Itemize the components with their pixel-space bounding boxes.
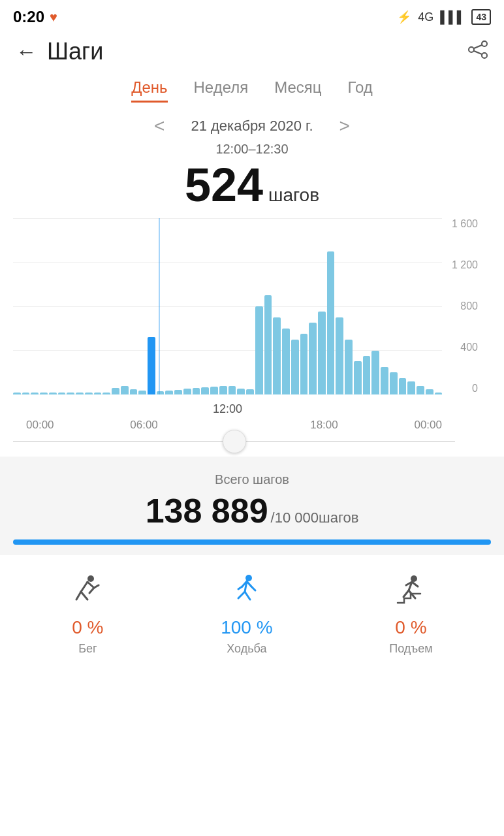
bar-43[interactable] <box>399 378 407 394</box>
tab-month[interactable]: Месяц <box>274 78 321 103</box>
svg-line-22 <box>403 590 409 597</box>
header-left: ← Шаги <box>16 38 103 65</box>
bar-42[interactable] <box>390 372 398 394</box>
bar-19[interactable] <box>183 389 191 394</box>
activity-section: 0 % Бег 100 % Ходьба <box>0 555 504 669</box>
bar-35[interactable] <box>327 251 335 394</box>
svg-line-7 <box>87 582 94 588</box>
status-left: 0:20 ♥ <box>13 8 57 26</box>
svg-line-8 <box>76 592 81 600</box>
svg-line-16 <box>247 581 251 587</box>
bar-41[interactable] <box>381 367 388 394</box>
bar-46[interactable] <box>426 389 433 394</box>
bar-36[interactable] <box>336 317 343 394</box>
bar-32[interactable] <box>300 334 308 394</box>
y-axis-labels: 1 600 1 200 800 400 0 <box>445 218 478 401</box>
bar-14[interactable] <box>138 391 146 394</box>
y-label-1200: 1 200 <box>445 259 478 271</box>
bar-26[interactable] <box>246 389 254 394</box>
bar-38[interactable] <box>354 361 362 394</box>
bar-33[interactable] <box>309 323 317 394</box>
scrubber-thumb[interactable] <box>223 430 246 453</box>
progress-bar <box>13 539 491 545</box>
bar-12[interactable] <box>121 386 129 394</box>
bar-8[interactable] <box>85 393 93 394</box>
bar-22[interactable] <box>210 387 218 394</box>
bar-39[interactable] <box>363 356 371 394</box>
climbing-percent: 0 % <box>395 617 426 638</box>
walking-icon <box>230 573 263 613</box>
bar-44[interactable] <box>407 381 415 394</box>
bar-24[interactable] <box>228 386 236 395</box>
chart-bars <box>13 218 442 394</box>
header: ← Шаги <box>0 31 504 78</box>
bar-31[interactable] <box>291 340 299 394</box>
bar-15[interactable] <box>148 337 155 394</box>
bar-11[interactable] <box>112 388 119 394</box>
bar-4[interactable] <box>49 393 57 394</box>
stats-goal: /10 000шагов <box>271 509 359 526</box>
bar-17[interactable] <box>165 391 173 394</box>
bar-23[interactable] <box>219 386 227 394</box>
x-label-0000: 00:00 <box>26 419 54 432</box>
svg-point-5 <box>87 575 94 582</box>
svg-point-0 <box>469 47 474 52</box>
tab-week[interactable]: Неделя <box>194 78 249 103</box>
svg-line-15 <box>245 592 250 600</box>
bar-10[interactable] <box>102 393 110 394</box>
svg-line-9 <box>81 592 87 600</box>
activity-walking: 100 % Ходьба <box>221 573 272 656</box>
back-button[interactable]: ← <box>16 40 37 64</box>
bar-6[interactable] <box>67 393 74 394</box>
battery-indicator: 43 <box>471 9 491 25</box>
bluetooth-icon: ⚡ <box>397 10 411 24</box>
bar-18[interactable] <box>174 390 182 394</box>
y-label-400: 400 <box>445 342 478 353</box>
svg-line-4 <box>474 51 482 54</box>
bar-34[interactable] <box>318 312 326 394</box>
walking-label: Ходьба <box>227 642 266 656</box>
climbing-icon <box>394 573 427 613</box>
tab-year[interactable]: Год <box>348 78 373 103</box>
signal-bars: ▌▌▌ <box>440 10 465 24</box>
selected-time-label: 12:00 <box>13 402 442 416</box>
bar-1[interactable] <box>22 393 30 394</box>
bar-7[interactable] <box>76 393 84 394</box>
bar-21[interactable] <box>201 387 209 394</box>
current-date: 21 декабря 2020 г. <box>191 118 313 135</box>
chart-container: 1 600 1 200 800 400 0 12:00 <box>0 218 504 416</box>
heart-icon: ♥ <box>50 10 57 25</box>
next-date-button[interactable]: > <box>333 116 356 137</box>
bar-27[interactable] <box>255 306 263 394</box>
bar-0[interactable] <box>13 393 21 394</box>
status-bar: 0:20 ♥ ⚡ 4G ▌▌▌ 43 <box>0 0 504 31</box>
bar-25[interactable] <box>237 389 245 394</box>
share-button[interactable] <box>467 40 488 63</box>
steps-count: 524 <box>185 159 263 211</box>
bar-40[interactable] <box>371 351 379 395</box>
bar-2[interactable] <box>31 393 39 394</box>
bar-13[interactable] <box>130 389 138 394</box>
stats-title: Всего шагов <box>13 472 491 487</box>
steps-display: 524 шагов <box>0 158 504 212</box>
bar-37[interactable] <box>345 340 353 394</box>
bar-5[interactable] <box>58 393 66 394</box>
bar-16[interactable] <box>157 391 165 394</box>
x-label-0000-end: 00:00 <box>414 419 442 432</box>
chart-wrapper[interactable]: 1 600 1 200 800 400 0 <box>13 218 478 401</box>
running-label: Бег <box>78 642 97 656</box>
bar-29[interactable] <box>273 317 281 394</box>
bar-9[interactable] <box>94 393 102 394</box>
bar-30[interactable] <box>282 329 290 394</box>
bar-45[interactable] <box>417 386 424 395</box>
tab-day[interactable]: День <box>131 78 167 103</box>
bar-28[interactable] <box>264 295 272 394</box>
running-icon <box>71 573 104 613</box>
x-label-0600: 06:00 <box>130 419 158 432</box>
bar-20[interactable] <box>193 388 200 394</box>
bar-47[interactable] <box>435 393 443 394</box>
svg-point-1 <box>482 41 487 46</box>
prev-date-button[interactable]: < <box>148 116 171 137</box>
bar-3[interactable] <box>40 393 48 394</box>
tabs-container: День Неделя Месяц Год <box>0 78 504 109</box>
